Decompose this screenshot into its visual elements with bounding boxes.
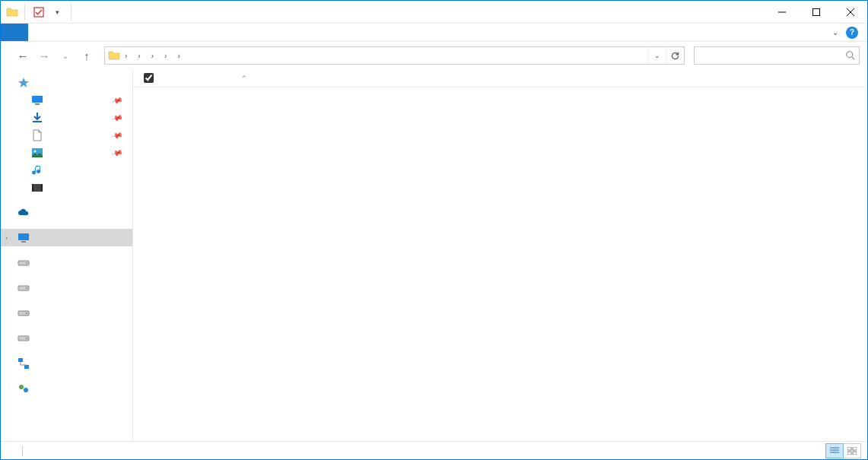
svg-point-22 <box>26 312 27 314</box>
pin-icon: 📌 <box>111 112 123 124</box>
chevron-right-icon[interactable]: › <box>5 234 8 242</box>
chevron-right-icon[interactable]: › <box>148 47 157 64</box>
qat-checkbox-icon[interactable] <box>30 4 47 21</box>
svg-rect-16 <box>21 241 26 243</box>
drive-icon <box>17 332 30 344</box>
sidebar-item-videos[interactable] <box>1 179 132 196</box>
up-button[interactable]: ↑ <box>78 47 95 64</box>
address-bar[interactable]: › › › › › ⌄ <box>104 46 685 65</box>
large-icons-view-button[interactable] <box>843 443 861 458</box>
refresh-button[interactable] <box>666 47 684 64</box>
search-box[interactable] <box>694 46 860 65</box>
qat-customize-dropdown[interactable]: ▾ <box>49 4 65 21</box>
sidebar-item-pictures[interactable]: 📌 <box>1 144 132 161</box>
svg-point-28 <box>24 388 28 392</box>
chevron-right-icon[interactable]: › <box>161 47 170 64</box>
forward-button[interactable]: → <box>36 47 52 64</box>
svg-rect-8 <box>35 103 40 105</box>
sidebar-network[interactable] <box>1 354 132 372</box>
share-tab[interactable] <box>49 24 71 41</box>
select-all-checkbox[interactable] <box>144 73 154 83</box>
svg-rect-26 <box>24 365 29 369</box>
search-input[interactable] <box>699 50 845 61</box>
sidebar-drive[interactable] <box>1 304 132 322</box>
svg-rect-32 <box>847 447 851 450</box>
navigation-bar: ← → ⌄ ↑ › › › › › ⌄ <box>1 42 867 69</box>
svg-line-6 <box>852 57 855 60</box>
svg-rect-14 <box>41 184 43 192</box>
sidebar-homegroup[interactable] <box>1 379 132 397</box>
svg-point-20 <box>26 287 27 289</box>
pin-icon: 📌 <box>111 147 123 159</box>
view-tab[interactable] <box>71 24 92 41</box>
home-tab[interactable] <box>28 24 49 41</box>
pin-icon: 📌 <box>111 94 123 106</box>
file-tab[interactable] <box>1 24 28 41</box>
sidebar-drive[interactable] <box>1 279 132 297</box>
quick-access-toolbar: ▾ <box>1 4 75 21</box>
column-name[interactable]: ⌃ <box>157 75 335 82</box>
recent-locations-dropdown[interactable]: ⌄ <box>57 47 74 64</box>
help-icon[interactable]: ? <box>846 27 858 39</box>
drive-icon <box>17 282 30 294</box>
homegroup-icon <box>17 382 30 395</box>
ribbon-tabs: ⌄ ? <box>1 24 867 42</box>
svg-rect-34 <box>847 452 851 455</box>
breadcrumb-folder-icon <box>107 48 122 63</box>
pictures-icon <box>31 147 43 159</box>
chevron-right-icon[interactable]: › <box>122 47 130 64</box>
documents-icon <box>31 129 43 141</box>
sidebar-this-pc[interactable]: › <box>1 229 132 246</box>
chevron-right-icon[interactable]: › <box>135 47 143 64</box>
back-button[interactable]: ← <box>14 47 31 64</box>
svg-point-5 <box>847 52 853 58</box>
quick-access-icon <box>17 77 30 89</box>
network-icon <box>17 357 30 370</box>
sidebar-drive[interactable] <box>1 329 132 347</box>
app-folder-icon <box>5 5 19 19</box>
svg-rect-13 <box>32 184 33 192</box>
svg-rect-12 <box>32 184 43 192</box>
column-headers: ⌃ <box>133 69 867 87</box>
sidebar-onedrive[interactable] <box>1 204 132 221</box>
svg-point-11 <box>34 150 37 152</box>
titlebar: ▾ <box>1 1 867 24</box>
svg-rect-2 <box>812 8 819 15</box>
details-view-button[interactable] <box>825 443 844 458</box>
onedrive-icon <box>17 207 30 219</box>
music-icon <box>31 164 43 176</box>
maximize-button[interactable] <box>799 1 833 23</box>
sidebar-drive[interactable] <box>1 254 132 271</box>
navigation-pane: 📌 📌 📌 📌 <box>1 69 133 441</box>
status-bar <box>1 441 867 459</box>
sidebar-item-downloads[interactable]: 📌 <box>1 109 132 126</box>
window-controls <box>765 1 867 23</box>
pin-icon: 📌 <box>111 129 123 141</box>
ribbon-expand-icon[interactable]: ⌄ <box>832 28 838 36</box>
drive-icon <box>17 257 30 269</box>
svg-rect-15 <box>18 233 29 240</box>
sidebar-quick-access[interactable] <box>1 74 132 91</box>
drive-icon <box>17 307 30 319</box>
desktop-icon <box>31 94 43 106</box>
search-icon[interactable] <box>845 50 856 61</box>
this-pc-icon <box>17 232 30 244</box>
svg-rect-33 <box>853 447 857 450</box>
svg-point-27 <box>19 385 24 389</box>
videos-icon <box>31 182 43 194</box>
minimize-button[interactable] <box>765 1 799 23</box>
sidebar-item-documents[interactable]: 📌 <box>1 126 132 144</box>
sidebar-item-desktop[interactable]: 📌 <box>1 91 132 109</box>
sidebar-item-music[interactable] <box>1 161 132 179</box>
svg-rect-35 <box>853 452 857 455</box>
file-list: ⌃ <box>133 69 867 441</box>
downloads-icon <box>31 112 43 124</box>
address-history-dropdown[interactable]: ⌄ <box>647 47 666 64</box>
svg-point-18 <box>26 262 27 264</box>
sort-ascending-icon: ⌃ <box>164 75 325 82</box>
svg-point-24 <box>26 338 27 339</box>
close-button[interactable] <box>833 1 867 23</box>
svg-rect-7 <box>32 96 43 103</box>
chevron-right-icon[interactable]: › <box>174 47 183 64</box>
svg-rect-25 <box>18 358 23 362</box>
